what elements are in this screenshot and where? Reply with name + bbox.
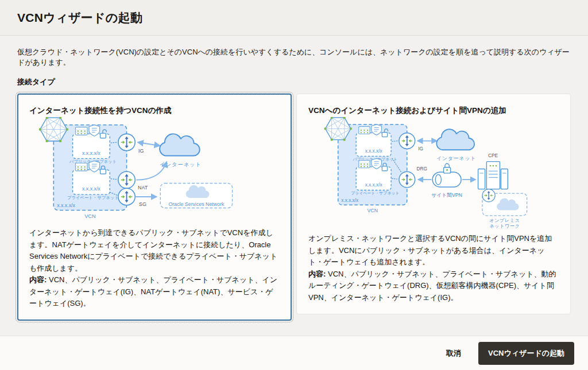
private-subnet-cidr: x.x.x.x/x xyxy=(365,182,383,188)
option-description-text: オンプレミス・ネットワークと選択するVCNの間にサイト間VPNを追加します。VC… xyxy=(308,234,552,266)
internet-gateway-icon xyxy=(118,134,134,150)
dialog-body: 仮想クラウド・ネットワーク(VCN)の設定とそのVCNへの接続を行いやすくするた… xyxy=(0,36,588,336)
connection-type-options: インターネット接続性を持つVCNの作成 xyxy=(17,94,571,321)
ig-internet-arrow xyxy=(138,142,160,146)
option-description-text: インターネットから到達できるパブリック・サブネットでVCNを作成します。NATゲ… xyxy=(29,228,277,272)
connection-type-label: 接続タイプ xyxy=(17,77,571,87)
onprem-label-2: ネットワーク xyxy=(489,223,520,228)
vcn-internet-diagram-svg: x.x.x.x/x パブリック・サブネット x.x.x.x/x プライベート・サ… xyxy=(36,117,274,223)
vcn-label: VCN xyxy=(84,213,96,219)
service-gateway-icon xyxy=(118,188,134,205)
option-card-title: VCNへのインターネット接続およびサイト間VPNの追加 xyxy=(308,106,559,116)
ig-label: IG xyxy=(138,148,144,154)
content-label: 内容: xyxy=(308,270,326,278)
dialog-footer: 取消 VCNウィザードの起動 xyxy=(0,336,588,370)
vcn-vpn-diagram-svg: x.x.x.x/x パブリック・サブネット x.x.x.x/x プライベート・サ… xyxy=(319,117,548,228)
content-text: VCN、パブリック・サブネット、プライベート・サブネット、インターネット・ゲート… xyxy=(29,275,277,307)
private-subnet-cidr: x.x.x.x/x xyxy=(82,186,100,192)
internet-gateway-icon xyxy=(399,133,415,149)
private-subnet-label: プライベート・サブネット xyxy=(351,191,400,195)
option-card-vcn-with-vpn[interactable]: VCNへのインターネット接続およびサイト間VPNの追加 xyxy=(296,94,571,314)
public-subnet-cidr: x.x.x.x/x xyxy=(82,150,100,156)
onprem-label-1: オンプレミス xyxy=(489,217,520,223)
vpn-label: サイト間VPN xyxy=(431,192,462,198)
vcn-cidr: x.x.x.x/x xyxy=(341,197,359,203)
internet-cloud-icon xyxy=(160,134,200,155)
drg-gateway-icon xyxy=(399,172,415,188)
public-subnet-cidr: x.x.x.x/x xyxy=(365,148,383,154)
server-grid-icon xyxy=(75,127,87,135)
vcn-internet-diagram: x.x.x.x/x パブリック・サブネット x.x.x.x/x プライベート・サ… xyxy=(29,117,280,225)
dialog-description: 仮想クラウド・ネットワーク(VCN)の設定とそのVCNへの接続を行いやすくするた… xyxy=(17,47,571,68)
server-grid-icon xyxy=(359,127,370,134)
onprem-router-icon xyxy=(482,189,495,202)
vcn-label: VCN xyxy=(368,208,378,213)
content-label: 内容: xyxy=(29,275,47,284)
start-vcn-wizard-button[interactable]: VCNウィザードの起動 xyxy=(478,342,574,365)
vcn-wizard-dialog: VCNウィザードの起動 仮想クラウド・ネットワーク(VCN)の設定とそのVCNへ… xyxy=(0,0,588,370)
cpe-server-icon xyxy=(478,162,508,189)
server-grid-icon xyxy=(75,163,87,171)
nat-label: NAT xyxy=(138,185,148,190)
vpn-tunnel-icon xyxy=(432,163,461,187)
osn-label: Oracle Services Network xyxy=(168,201,224,207)
drg-label: DRG xyxy=(416,166,427,172)
sg-label: SG xyxy=(139,201,146,207)
cpe-label: CPE xyxy=(488,153,498,158)
internet-cloud-icon xyxy=(436,129,474,150)
page-title: VCNウィザードの起動 xyxy=(17,10,142,26)
internet-label: インターネット xyxy=(159,162,201,168)
option-card-title: インターネット接続性を持つVCNの作成 xyxy=(29,106,280,116)
cancel-button[interactable]: 取消 xyxy=(445,344,462,363)
option-card-description: インターネットから到達できるパブリック・サブネットでVCNを作成します。NATゲ… xyxy=(29,227,280,310)
content-text: VCN、パブリック・サブネット、プライベート・サブネット、動的ルーティング・ゲー… xyxy=(308,270,556,302)
internet-label: インターネット xyxy=(436,155,476,161)
ig-label: IG xyxy=(418,146,423,151)
vcn-vpn-diagram: x.x.x.x/x パブリック・サブネット x.x.x.x/x プライベート・サ… xyxy=(308,117,559,231)
nat-gateway-icon xyxy=(118,172,134,188)
option-card-description: オンプレミス・ネットワークと選択するVCNの間にサイト間VPNを追加します。VC… xyxy=(308,233,559,303)
option-card-vcn-with-internet[interactable]: インターネット接続性を持つVCNの作成 xyxy=(17,94,292,321)
server-grid-icon xyxy=(359,161,370,168)
vcn-cidr: x.x.x.x/x xyxy=(57,202,75,208)
private-subnet-label: プライベート・サブネット xyxy=(67,195,119,200)
dialog-header: VCNウィザードの起動 xyxy=(0,0,588,36)
